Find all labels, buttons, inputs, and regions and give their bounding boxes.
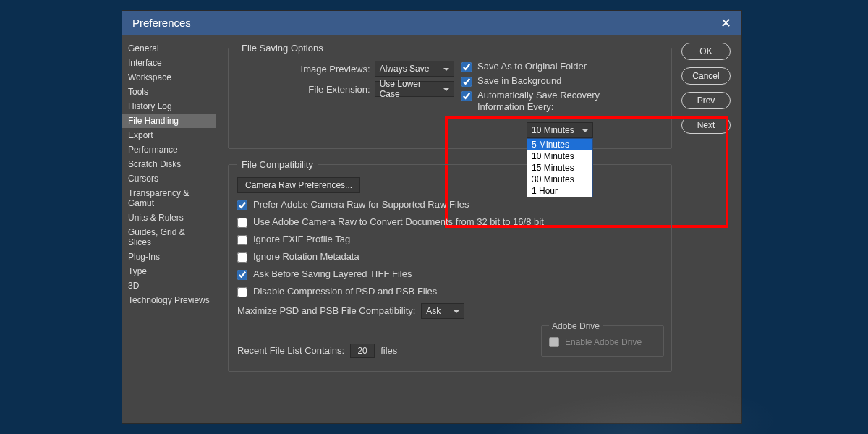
image-previews-select[interactable]: Always Save	[375, 61, 454, 77]
autosave-option[interactable]: 5 Minutes	[527, 139, 592, 150]
sidebar-item-interface[interactable]: Interface	[122, 56, 216, 70]
adobe-drive-group: Adobe Drive Enable Adobe Drive	[541, 326, 664, 357]
file-saving-options-group: File Saving Options Image Previews: Alwa…	[228, 43, 672, 149]
ok-button[interactable]: OK	[681, 43, 731, 60]
dialog-title: Preferences	[132, 11, 191, 35]
save-as-original-label: Save As to Original Folder	[477, 61, 587, 72]
titlebar: Preferences ✕	[122, 11, 741, 35]
autosave-interval-dropdown[interactable]: 5 Minutes10 Minutes15 Minutes30 Minutes1…	[527, 138, 593, 197]
prefer-acr-checkbox[interactable]	[237, 200, 247, 210]
autosave-option[interactable]: 30 Minutes	[527, 174, 592, 185]
file-compat-legend: File Compatibility	[237, 159, 318, 170]
close-icon[interactable]: ✕	[720, 11, 731, 35]
dialog-buttons: OK Cancel Prev Next	[678, 35, 741, 423]
preferences-main: File Saving Options Image Previews: Alwa…	[216, 35, 678, 423]
prev-button[interactable]: Prev	[681, 92, 731, 109]
disable-psd-comp-checkbox[interactable]	[237, 287, 247, 297]
sidebar-item-tools[interactable]: Tools	[122, 85, 216, 99]
sidebar-item-plug-ins[interactable]: Plug-Ins	[122, 250, 216, 264]
enable-adobe-drive-checkbox	[549, 337, 559, 347]
sidebar-item-file-handling[interactable]: File Handling	[122, 114, 216, 128]
use-acr-convert-checkbox[interactable]	[237, 218, 247, 228]
sidebar-item-export[interactable]: Export	[122, 128, 216, 142]
sidebar-item-type[interactable]: Type	[122, 264, 216, 278]
save-in-background-checkbox[interactable]	[461, 77, 472, 87]
next-button[interactable]: Next	[681, 116, 731, 134]
sidebar-item-cursors[interactable]: Cursors	[122, 171, 216, 186]
save-as-original-checkbox[interactable]	[461, 62, 472, 72]
autosave-option[interactable]: 10 Minutes	[527, 150, 592, 162]
file-extension-select[interactable]: Use Lower Case	[375, 81, 454, 97]
file-extension-label: File Extension:	[266, 84, 370, 95]
enable-adobe-drive-label: Enable Adobe Drive	[565, 337, 642, 347]
file-compatibility-group: File Compatibility Camera Raw Preference…	[228, 159, 672, 372]
sidebar-item-units-rulers[interactable]: Units & Rulers	[122, 210, 216, 225]
ignore-rotation-checkbox[interactable]	[237, 252, 247, 263]
preferences-dialog: Preferences ✕ GeneralInterfaceWorkspaceT…	[122, 10, 742, 424]
preferences-sidebar: GeneralInterfaceWorkspaceToolsHistory Lo…	[122, 35, 216, 423]
maximize-compat-select[interactable]: Ask	[421, 303, 464, 319]
cancel-button[interactable]: Cancel	[681, 67, 731, 85]
sidebar-item-technology-previews[interactable]: Technology Previews	[122, 293, 216, 307]
autosave-checkbox[interactable]	[461, 91, 472, 101]
ask-tiff-checkbox[interactable]	[237, 270, 247, 280]
sidebar-item-3d[interactable]: 3D	[122, 278, 216, 293]
recent-files-input[interactable]	[350, 344, 375, 358]
autosave-option[interactable]: 1 Hour	[527, 185, 592, 197]
file-saving-legend: File Saving Options	[237, 43, 328, 54]
autosave-option[interactable]: 15 Minutes	[527, 162, 592, 174]
sidebar-item-history-log[interactable]: History Log	[122, 99, 216, 114]
recent-files-label: Recent File List Contains:	[237, 345, 344, 356]
sidebar-item-performance[interactable]: Performance	[122, 142, 216, 157]
maximize-compat-label: Maximize PSD and PSB File Compatibility:	[237, 305, 415, 316]
sidebar-item-workspace[interactable]: Workspace	[122, 70, 216, 85]
sidebar-item-scratch-disks[interactable]: Scratch Disks	[122, 157, 216, 171]
camera-raw-preferences-button[interactable]: Camera Raw Preferences...	[237, 177, 360, 193]
adobe-drive-legend: Adobe Drive	[549, 321, 603, 331]
ignore-exif-checkbox[interactable]	[237, 235, 247, 245]
autosave-interval-select[interactable]: 10 Minutes	[527, 122, 593, 138]
sidebar-item-transparency-gamut[interactable]: Transparency & Gamut	[122, 186, 216, 210]
recent-files-suffix: files	[380, 345, 397, 356]
sidebar-item-guides-grid-slices[interactable]: Guides, Grid & Slices	[122, 225, 216, 250]
image-previews-label: Image Previews:	[266, 64, 370, 75]
autosave-label: Automatically Save Recovery Information …	[477, 90, 629, 114]
save-in-background-label: Save in Background	[477, 75, 561, 86]
sidebar-item-general[interactable]: General	[122, 41, 216, 56]
